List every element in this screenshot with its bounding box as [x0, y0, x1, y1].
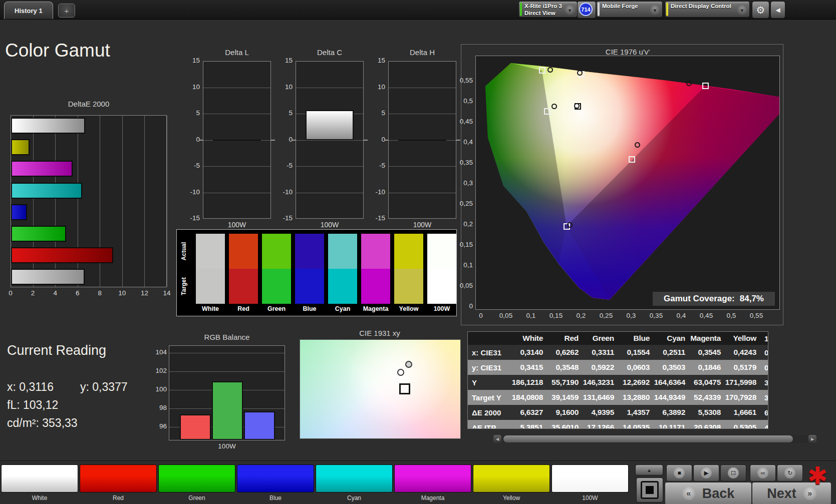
table-row: ΔE ITP5,385135,601017,126614,053510,1171… — [468, 420, 768, 429]
scroll-left-icon[interactable]: ◀ — [493, 435, 501, 443]
scroll-right-icon[interactable]: ▶ — [808, 435, 816, 443]
gamut-coverage-readout: Gamut Coverage: 84,7% — [653, 292, 775, 306]
table-cell: 0,3140 — [510, 348, 545, 357]
table-header-cell: Green — [581, 334, 617, 343]
chevron-down-icon[interactable]: ▼ — [565, 5, 575, 16]
pattern-source-dropdown[interactable]: Mobile Forge ▼ — [596, 1, 663, 18]
add-tab-button[interactable]: + — [58, 4, 75, 18]
cie1976-x-tick: 0,25 — [596, 312, 616, 319]
table-row-label: Y — [468, 378, 510, 387]
zero-tick — [199, 140, 203, 141]
meter-badge-button[interactable]: 714 — [577, 1, 596, 19]
cie1976-x-tick: 0,2 — [571, 312, 591, 319]
table-cell: 0,1846 — [688, 363, 723, 372]
cie1976-x-tick: 0,4 — [671, 312, 691, 319]
stop-button[interactable]: ■ — [666, 464, 692, 481]
table-cell: 20,6308 — [688, 423, 723, 429]
collapse-panel-button[interactable]: ◀ — [770, 1, 785, 19]
table-cell: 0,2511 — [652, 348, 688, 357]
delta-y-tick: 15 — [368, 57, 385, 64]
rgb-y-tick: 102 — [150, 367, 167, 374]
table-cell: 0,6262 — [545, 348, 581, 357]
play-button[interactable]: ▶ — [693, 464, 719, 481]
deltae-bar-yellow — [11, 139, 30, 155]
table-row: x: CIE310,31400,62620,33110,15540,25110,… — [468, 345, 768, 360]
delta-bar — [306, 110, 354, 141]
settings-button[interactable]: ⚙ — [752, 1, 769, 19]
calman-color-gamut-window: History 1 + X-Rite i1Pro 3 Direct View ▼… — [0, 0, 836, 504]
cie1976-x-tick: 0 — [471, 312, 491, 319]
reading-cdm2: cd/m²: 353,33 — [7, 416, 78, 430]
table-cell: 0,3 — [759, 363, 768, 372]
table-horizontal-scrollbar[interactable]: ◀ ▶ — [493, 435, 816, 443]
chevron-down-icon[interactable]: ▼ — [650, 5, 660, 16]
patch-button-red[interactable] — [80, 464, 157, 492]
cie1976-actual-blue — [567, 222, 573, 228]
table-cell: 146,3231 — [581, 378, 617, 387]
cie1976-x-tick: 0,3 — [621, 312, 641, 319]
swatch-actual-blue — [295, 234, 324, 269]
table-cell: 131,6469 — [581, 393, 617, 402]
table-row-label: ΔE ITP — [468, 423, 510, 429]
delta-gridline — [389, 88, 456, 88]
cie1976-y-tick: 0,25 — [452, 200, 473, 207]
deltae-gridline — [122, 116, 123, 287]
patch-button-yellow[interactable] — [473, 464, 550, 492]
table-row: y: CIE310,34150,35480,59220,06030,35030,… — [468, 360, 768, 375]
delta-mini-title: Delta L — [193, 48, 281, 57]
pattern-window-button[interactable] — [636, 477, 663, 502]
table-header-cell: Magenta — [688, 334, 723, 343]
cie1976-target-green — [539, 67, 545, 74]
delta-gridline — [203, 88, 270, 88]
scrollbar-thumb[interactable] — [503, 435, 793, 442]
cie1976-actual-yellow — [577, 70, 583, 76]
table-cell: 184,0808 — [510, 393, 545, 402]
rgb-y-tick: 98 — [150, 404, 167, 411]
pattern-up-button[interactable]: ▲ — [635, 464, 663, 475]
swatch-actual-yellow — [394, 234, 423, 269]
back-button[interactable]: « Back — [665, 482, 752, 504]
table-cell: 10,1171 — [652, 423, 688, 429]
delta-y-tick: -5 — [368, 162, 385, 169]
delta-mini-title: Delta H — [378, 48, 466, 57]
page-title: Color Gamut — [5, 40, 110, 61]
zero-tick — [271, 140, 275, 141]
cie1976-y-tick: 0,05 — [452, 282, 473, 289]
delta-y-tick: -5 — [275, 162, 293, 169]
deltae-x-tick: 12 — [139, 289, 149, 297]
table-cell: 0,3503 — [652, 363, 688, 372]
meter-count-badge: 714 — [579, 3, 593, 16]
patch-button-white[interactable] — [1, 464, 78, 492]
patch-button-blue[interactable] — [237, 464, 314, 492]
table-cell: 5,3851 — [510, 423, 545, 429]
cie1976-y-tick: 0,1 — [452, 261, 473, 269]
tab-history-1[interactable]: History 1 — [4, 2, 53, 19]
patch-button-100w[interactable] — [551, 464, 629, 492]
loop-button[interactable]: ∞ — [750, 464, 776, 481]
patch-button-cyan[interactable] — [316, 464, 393, 492]
deltae-x-tick: 2 — [28, 289, 38, 297]
patch-button-magenta[interactable] — [394, 464, 471, 492]
delta-y-tick: -10 — [275, 188, 293, 196]
display-control-dropdown[interactable]: Direct Display Control ▼ — [665, 1, 750, 18]
delta-gridline — [203, 166, 270, 167]
cie1931-target-point — [399, 383, 410, 394]
delta-y-tick: 5 — [183, 109, 200, 117]
table-cell: 12,2692 — [617, 378, 652, 387]
back-chevrons-icon: « — [682, 487, 695, 500]
table-cell: 1,4357 — [617, 408, 652, 417]
refresh-button[interactable]: ↻ — [777, 464, 803, 481]
patch-label: Red — [80, 494, 157, 502]
pattern-button[interactable]: ⊡ — [720, 464, 746, 481]
delta-y-tick: 15 — [183, 57, 200, 64]
table-cell: 0,5922 — [581, 363, 617, 372]
rgb-gridline — [169, 371, 285, 372]
chevron-down-icon[interactable]: ▼ — [737, 5, 747, 16]
delta-x-label: 100W — [203, 221, 271, 229]
patch-label: White — [1, 494, 78, 502]
patch-button-green[interactable] — [158, 464, 235, 492]
meter-dropdown[interactable]: X-Rite i1Pro 3 Direct View ▼ — [518, 1, 578, 18]
cie1976-x-tick: 0,5 — [721, 312, 741, 319]
delta-gridline — [389, 193, 456, 193]
cie1976-x-tick: 0,55 — [746, 312, 766, 319]
